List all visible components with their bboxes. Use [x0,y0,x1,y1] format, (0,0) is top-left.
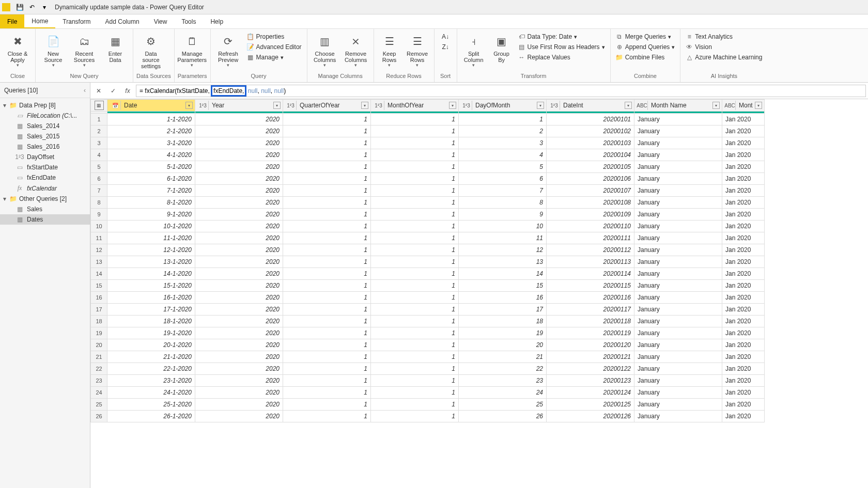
menu-add-column[interactable]: Add Column [98,14,147,28]
cell[interactable]: 2 [459,125,547,137]
folder-data-prep[interactable]: ▾ 📁 Data Prep [8] [0,100,90,111]
cell[interactable]: 2020 [195,197,283,209]
cell[interactable]: Jan 2020 [722,327,765,339]
cell[interactable]: 1 [371,327,459,339]
cell[interactable]: 2020 [195,137,283,149]
first-row-headers-button[interactable]: ▤Use First Row as Headers ▾ [516,42,607,52]
cell[interactable]: January [634,161,722,173]
table-row[interactable]: 1010-1-20202020111020200110JanuaryJan 20… [91,221,765,232]
merge-queries-button[interactable]: ⧉Merge Queries ▾ [614,32,677,41]
select-all-corner[interactable]: ▦ [91,100,107,112]
commit-formula-button[interactable]: ✓ [107,85,119,97]
cell[interactable]: 20200103 [547,137,634,149]
cell[interactable]: 1 [371,137,459,149]
cell[interactable]: 2020 [195,387,283,399]
cell[interactable]: 18 [459,316,547,327]
cell[interactable]: 3 [459,137,547,149]
folder-other-queries[interactable]: ▾ 📁 Other Queries [2] [0,194,90,204]
cell[interactable]: 14-1-2020 [107,268,195,280]
table-row[interactable]: 1212-1-20202020111220200112JanuaryJan 20… [91,244,765,256]
cell[interactable]: 11 [459,232,547,244]
refresh-preview-button[interactable]: ⟳Refresh Preview▾ [214,32,243,69]
table-row[interactable]: 99-1-2020202011920200109JanuaryJan 2020 [91,209,765,221]
cell[interactable]: 20200115 [547,280,634,292]
cell[interactable]: 2020 [195,339,283,351]
cell[interactable]: 20200116 [547,292,634,304]
cell[interactable]: January [634,387,722,399]
cell[interactable]: January [634,149,722,161]
row-header[interactable]: 13 [91,256,107,268]
query-item-fxstartdate[interactable]: ▭fxStartDate [0,162,90,172]
cell[interactable]: 20200107 [547,185,634,197]
column-header-dayofmonth[interactable]: 1²3DayOfMonth▾ [459,100,547,112]
cell[interactable]: 1 [371,173,459,185]
split-column-button[interactable]: ⫞Split Column▾ [460,32,487,69]
cell[interactable]: Jan 2020 [722,197,765,209]
cell[interactable]: 20200119 [547,327,634,339]
cell[interactable]: 13-1-2020 [107,256,195,268]
row-header[interactable]: 22 [91,363,107,375]
row-header[interactable]: 15 [91,280,107,292]
cell[interactable]: 23 [459,375,547,387]
cell[interactable]: Jan 2020 [722,114,765,125]
cell[interactable]: 20200110 [547,221,634,232]
row-header[interactable]: 7 [91,185,107,197]
keep-rows-button[interactable]: ☰Keep Rows▾ [377,32,402,69]
filter-button[interactable]: ▾ [273,102,281,109]
type-icon[interactable]: 1²3 [373,101,384,110]
cell[interactable]: 25 [459,399,547,411]
table-row[interactable]: 44-1-2020202011420200104JanuaryJan 2020 [91,149,765,161]
cell[interactable]: 2020 [195,221,283,232]
filter-button[interactable]: ▾ [712,102,720,109]
type-icon[interactable]: 1²3 [549,101,560,110]
cell[interactable]: Jan 2020 [722,209,765,221]
cell[interactable]: 20200104 [547,149,634,161]
cell[interactable]: 1 [283,411,371,422]
collapse-pane-icon[interactable]: ‹ [84,87,86,94]
cell[interactable]: Jan 2020 [722,221,765,232]
row-header[interactable]: 23 [91,375,107,387]
cell[interactable]: January [634,197,722,209]
cell[interactable]: Jan 2020 [722,339,765,351]
query-item-dates[interactable]: ▦Dates [0,214,90,225]
cell[interactable]: 3-1-2020 [107,137,195,149]
cell[interactable]: 1 [371,221,459,232]
cell[interactable]: 23-1-2020 [107,375,195,387]
enter-data-button[interactable]: ▦Enter Data [101,32,130,64]
cell[interactable]: 1 [371,197,459,209]
cell[interactable]: 1 [283,327,371,339]
cell[interactable]: 2020 [195,268,283,280]
choose-columns-button[interactable]: ▥Choose Columns▾ [311,32,339,69]
cell[interactable]: 9 [459,209,547,221]
row-header[interactable]: 9 [91,209,107,221]
type-icon[interactable]: 1²3 [197,101,209,110]
row-header[interactable]: 11 [91,232,107,244]
cell[interactable]: 1 [371,209,459,221]
cell[interactable]: 2020 [195,209,283,221]
cell[interactable]: 12-1-2020 [107,244,195,256]
cell[interactable]: January [634,304,722,316]
cell[interactable]: 2020 [195,125,283,137]
row-header[interactable]: 3 [91,137,107,149]
cell[interactable]: 1 [371,149,459,161]
combine-files-button[interactable]: 📁Combine Files [614,53,677,62]
cell[interactable]: 22-1-2020 [107,363,195,375]
advanced-editor-button[interactable]: 📝Advanced Editor [245,42,304,52]
row-header[interactable]: 26 [91,411,107,422]
table-row[interactable]: 22-1-2020202011220200102JanuaryJan 2020 [91,125,765,137]
data-type-button[interactable]: 🏷Data Type: Date ▾ [516,32,607,41]
cell[interactable]: January [634,327,722,339]
filter-button[interactable]: ▾ [755,102,762,109]
cell[interactable]: 1 [459,114,547,125]
cell[interactable]: Jan 2020 [722,316,765,327]
cell[interactable]: 1 [371,351,459,363]
cell[interactable]: January [634,221,722,232]
data-source-settings-button[interactable]: ⚙Data source settings [136,32,165,70]
data-grid[interactable]: ▦📅Date▾1²3Year▾1²3QuarterOfYear▾1²3Month… [90,99,868,488]
cell[interactable]: 1 [283,399,371,411]
cell[interactable]: 2-1-2020 [107,125,195,137]
replace-values-button[interactable]: ↔Replace Values [516,53,607,62]
recent-sources-button[interactable]: 🗂Recent Sources▾ [70,32,99,69]
filter-button[interactable]: ▾ [537,102,544,109]
column-header-monthofyear[interactable]: 1²3MonthOfYear▾ [371,100,459,112]
